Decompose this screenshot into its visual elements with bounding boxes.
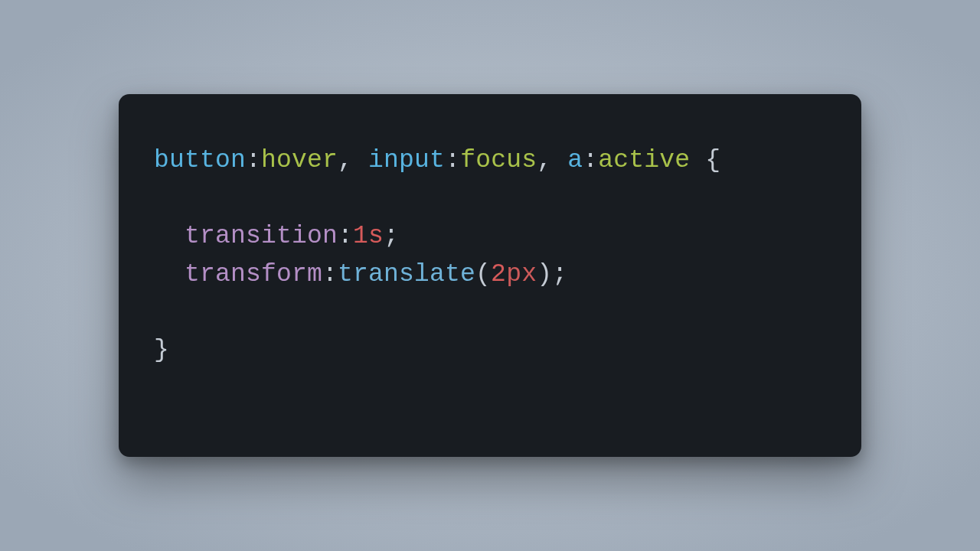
semicolon: ; xyxy=(552,260,567,289)
indent xyxy=(154,222,185,250)
space xyxy=(690,146,705,174)
value-unit-s: s xyxy=(368,222,384,250)
func-translate: translate xyxy=(338,260,475,289)
selector-tag-input: input xyxy=(368,146,445,174)
pseudo-active: active xyxy=(598,146,690,174)
code-block: button:hover, input:focus, a:active { tr… xyxy=(154,142,826,369)
indent xyxy=(154,260,185,289)
selector-tag-a: a xyxy=(567,146,583,174)
code-snippet-card: button:hover, input:focus, a:active { tr… xyxy=(119,94,861,457)
colon: : xyxy=(338,222,353,250)
value-number-1: 1 xyxy=(353,222,368,250)
pseudo-hover: hover xyxy=(261,146,338,174)
close-paren: ) xyxy=(537,260,552,289)
value-unit-px: px xyxy=(506,260,537,289)
open-paren: ( xyxy=(475,260,491,289)
value-number-2: 2 xyxy=(491,260,506,289)
colon: : xyxy=(246,146,261,174)
prop-transform: transform xyxy=(185,260,322,289)
close-brace: } xyxy=(154,336,169,364)
pseudo-focus: focus xyxy=(460,146,537,174)
colon: : xyxy=(322,260,338,289)
prop-transition: transition xyxy=(185,222,338,250)
colon: : xyxy=(583,146,598,174)
separator-comma: , xyxy=(537,146,567,174)
open-brace: { xyxy=(705,146,720,174)
selector-tag-button: button xyxy=(154,146,246,174)
semicolon: ; xyxy=(384,222,399,250)
colon: : xyxy=(445,146,460,174)
separator-comma: , xyxy=(338,146,368,174)
